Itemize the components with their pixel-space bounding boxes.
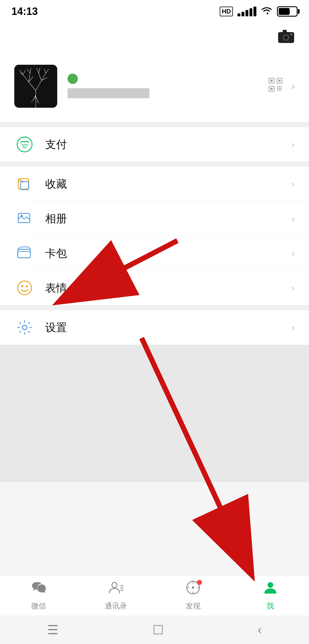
status-time: 14:13 bbox=[11, 5, 38, 17]
svg-rect-33 bbox=[270, 88, 273, 90]
menu-label-settings: 设置 bbox=[45, 320, 292, 335]
menu-item-settings[interactable]: 设置 › bbox=[0, 310, 309, 345]
nav-home-button[interactable]: ☐ bbox=[152, 623, 164, 637]
menu-chevron-album: › bbox=[292, 213, 295, 224]
payment-icon bbox=[14, 134, 35, 155]
qr-code-icon[interactable] bbox=[268, 78, 283, 95]
svg-rect-36 bbox=[277, 88, 278, 89]
menu-chevron-settings: › bbox=[292, 322, 295, 333]
svg-rect-29 bbox=[270, 80, 273, 82]
profile-section[interactable]: 微信号: xxxxxxxxxx › bbox=[0, 53, 309, 122]
svg-point-53 bbox=[22, 325, 27, 330]
svg-rect-45 bbox=[21, 182, 29, 190]
emoji-icon bbox=[14, 278, 35, 298]
profile-actions[interactable]: › bbox=[268, 78, 295, 95]
svg-rect-42 bbox=[280, 90, 282, 91]
album-icon bbox=[14, 208, 35, 229]
discover-icon-wrap bbox=[185, 580, 201, 599]
menu-label-payment: 支付 bbox=[45, 137, 292, 152]
svg-rect-35 bbox=[279, 86, 280, 87]
menu-section-group1: 收藏 › 相册 › 卡包 › bbox=[0, 167, 309, 305]
svg-point-64 bbox=[268, 582, 273, 588]
tab-bar: 微信 通讯录 bbox=[0, 575, 309, 615]
menu-item-payment[interactable]: 支付 › bbox=[0, 127, 309, 162]
svg-point-59 bbox=[192, 586, 194, 589]
svg-rect-39 bbox=[280, 88, 282, 89]
svg-point-4 bbox=[285, 36, 288, 39]
menu-item-album[interactable]: 相册 › bbox=[0, 201, 309, 236]
menu-item-emoji[interactable]: 表情 › bbox=[0, 271, 309, 305]
svg-point-49 bbox=[18, 281, 31, 295]
status-bar: 14:13 HD 63 bbox=[0, 0, 309, 23]
status-icons: HD 63 bbox=[220, 5, 298, 17]
me-tab-icon bbox=[263, 580, 278, 599]
svg-point-50 bbox=[21, 285, 23, 287]
menu-chevron-payment: › bbox=[292, 139, 295, 150]
battery-icon: 63 bbox=[277, 6, 298, 17]
tab-discover[interactable]: 发现 bbox=[154, 580, 232, 611]
svg-rect-37 bbox=[279, 88, 280, 89]
tab-label-wechat: 微信 bbox=[31, 601, 46, 611]
menu-label-album: 相册 bbox=[45, 211, 292, 226]
svg-rect-48 bbox=[18, 249, 30, 258]
camera-row[interactable] bbox=[0, 23, 309, 53]
menu-chevron-favorites: › bbox=[292, 179, 295, 189]
svg-rect-40 bbox=[277, 90, 278, 91]
svg-point-43 bbox=[17, 137, 32, 152]
wifi-icon bbox=[261, 5, 272, 17]
menu-label-favorites: 收藏 bbox=[45, 177, 292, 191]
svg-rect-34 bbox=[277, 86, 278, 87]
svg-rect-3 bbox=[283, 30, 287, 33]
profile-info: 微信号: xxxxxxxxxx bbox=[68, 74, 258, 99]
favorites-icon bbox=[14, 174, 35, 194]
hd-label: HD bbox=[220, 7, 233, 16]
nav-menu-button[interactable]: ☰ bbox=[47, 623, 58, 637]
avatar bbox=[14, 65, 57, 108]
menu-chevron-wallet: › bbox=[292, 248, 295, 259]
svg-point-47 bbox=[21, 215, 23, 217]
tab-wechat[interactable]: 微信 bbox=[0, 580, 77, 611]
navigation-bar: ☰ ☐ ‹ bbox=[0, 615, 309, 644]
camera-icon[interactable] bbox=[278, 29, 295, 48]
section-separator-2 bbox=[0, 162, 309, 167]
svg-rect-31 bbox=[278, 80, 281, 82]
profile-chevron-icon[interactable]: › bbox=[291, 80, 295, 92]
settings-icon bbox=[14, 317, 35, 338]
wallet-icon bbox=[14, 243, 35, 264]
menu-section-payment: 支付 › bbox=[0, 127, 309, 162]
tab-label-me: 我 bbox=[267, 601, 274, 611]
svg-point-51 bbox=[26, 285, 28, 287]
profile-id-row: 微信号: xxxxxxxxxx bbox=[68, 88, 258, 99]
tab-label-contacts: 通讯录 bbox=[105, 601, 127, 611]
tab-label-discover: 发现 bbox=[186, 601, 201, 611]
section-separator-3 bbox=[0, 305, 309, 310]
svg-rect-38 bbox=[280, 86, 282, 87]
svg-point-54 bbox=[112, 582, 117, 588]
discover-notification-dot bbox=[197, 580, 202, 585]
menu-section-settings: 设置 › bbox=[0, 310, 309, 345]
menu-label-emoji: 表情 bbox=[45, 281, 292, 295]
menu-chevron-emoji: › bbox=[292, 283, 295, 293]
svg-rect-41 bbox=[279, 90, 280, 91]
empty-area bbox=[0, 345, 309, 482]
menu-item-wallet[interactable]: 卡包 › bbox=[0, 236, 309, 270]
contacts-tab-icon bbox=[108, 580, 124, 599]
nav-back-button[interactable]: ‹ bbox=[258, 623, 262, 637]
menu-label-wallet: 卡包 bbox=[45, 246, 292, 261]
online-status-dot bbox=[68, 74, 78, 84]
menu-item-favorites[interactable]: 收藏 › bbox=[0, 167, 309, 201]
tab-me[interactable]: 我 bbox=[232, 580, 309, 611]
profile-name-row bbox=[68, 74, 258, 84]
tab-contacts[interactable]: 通讯录 bbox=[77, 580, 154, 611]
signal-bars-icon bbox=[237, 7, 256, 16]
wechat-tab-icon bbox=[31, 580, 46, 599]
section-separator-1 bbox=[0, 122, 309, 127]
svg-point-5 bbox=[290, 34, 292, 35]
